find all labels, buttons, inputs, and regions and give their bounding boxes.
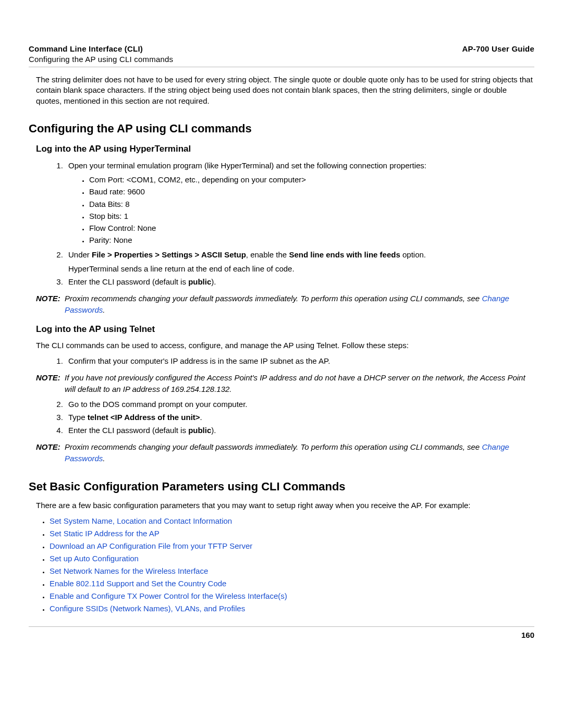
- step-text: ).: [211, 426, 216, 435]
- link-set-system-name[interactable]: Set System Name, Location and Contact In…: [50, 516, 232, 525]
- step-bold: File > Properties > Settings > ASCII Set…: [92, 250, 246, 259]
- step-text: option.: [400, 250, 426, 259]
- note-after: .: [103, 454, 105, 463]
- step-text: , enable the: [246, 250, 289, 259]
- list-item: Configure SSIDs (Network Names), VLANs, …: [50, 602, 534, 615]
- list-item: Baud rate: 9600: [89, 186, 534, 198]
- note-label: NOTE:: [36, 372, 65, 395]
- step-bold: Send line ends with line feeds: [289, 250, 400, 259]
- list-item: Confirm that your computer's IP address …: [65, 355, 534, 367]
- list-item: Data Bits: 8: [89, 198, 534, 210]
- telnet-steps-b: Go to the DOS command prompt on your com…: [65, 398, 534, 437]
- note-block: NOTE: Proxim recommends changing your de…: [36, 293, 534, 316]
- list-item: Set System Name, Location and Contact In…: [50, 515, 534, 527]
- page-header: Command Line Interface (CLI) AP-700 User…: [29, 44, 534, 53]
- step-text: Type: [68, 413, 88, 422]
- note-body: Proxim recommends changing your default …: [65, 441, 534, 464]
- link-tx-power-control[interactable]: Enable and Configure TX Power Control fo…: [50, 591, 287, 600]
- intro-paragraph: The string delimiter does not have to be…: [36, 75, 534, 106]
- note-body: Proxim recommends changing your default …: [65, 293, 534, 316]
- step-text: ).: [211, 277, 216, 286]
- list-item: Download an AP Configuration File from y…: [50, 540, 534, 552]
- note-text: Proxim recommends changing your default …: [65, 294, 482, 303]
- step-bold: telnet <IP Address of the unit>: [88, 413, 200, 422]
- step-text: Enter the CLI password (default is: [68, 426, 188, 435]
- list-item: Com Port: <COM1, COM2, etc., depending o…: [89, 174, 534, 186]
- note-text: If you have not previously configured th…: [65, 372, 534, 395]
- link-enable-80211d[interactable]: Enable 802.11d Support and Set the Count…: [50, 579, 226, 588]
- list-item: Stop bits: 1: [89, 210, 534, 222]
- list-item: Set Static IP Address for the AP: [50, 527, 534, 540]
- document-page: Command Line Interface (CLI) AP-700 User…: [0, 0, 563, 728]
- header-left: Command Line Interface (CLI): [29, 44, 143, 53]
- list-item: Go to the DOS command prompt on your com…: [65, 398, 534, 410]
- section-heading-basic-config: Set Basic Configuration Parameters using…: [29, 480, 534, 493]
- note-block: NOTE: If you have not previously configu…: [36, 372, 534, 395]
- link-set-static-ip[interactable]: Set Static IP Address for the AP: [50, 529, 160, 538]
- link-auto-configuration[interactable]: Set up Auto Configuration: [50, 554, 139, 563]
- header-right: AP-700 User Guide: [462, 44, 534, 53]
- step-text: Enter the CLI password (default is: [68, 277, 188, 286]
- step-subtext: HyperTerminal sends a line return at the…: [68, 263, 534, 275]
- telnet-lead: The CLI commands can be used to access, …: [36, 340, 534, 351]
- section-heading-configuring: Configuring the AP using CLI commands: [29, 122, 534, 135]
- page-number: 160: [29, 631, 534, 639]
- link-download-config-tftp[interactable]: Download an AP Configuration File from y…: [50, 541, 252, 550]
- list-item: Enter the CLI password (default is publi…: [65, 424, 534, 436]
- list-item: Enable 802.11d Support and Set the Count…: [50, 577, 534, 590]
- config-link-list: Set System Name, Location and Contact In…: [50, 515, 534, 615]
- footer-rule: [29, 626, 534, 627]
- header-rule: [29, 67, 534, 67]
- header-subtitle: Configuring the AP using CLI commands: [29, 55, 534, 64]
- list-item: Parity: None: [89, 234, 534, 246]
- note-text: Proxim recommends changing your default …: [65, 442, 482, 451]
- list-item: Under File > Properties > Settings > ASC…: [65, 249, 534, 275]
- link-configure-ssids[interactable]: Configure SSIDs (Network Names), VLANs, …: [50, 604, 245, 613]
- list-item: Type telnet <IP Address of the unit>.: [65, 411, 534, 423]
- step-bold: public: [188, 426, 211, 435]
- basic-config-lead: There are a few basic configuration para…: [36, 500, 534, 511]
- note-label: NOTE:: [36, 441, 65, 464]
- subsection-heading-telnet: Log into the AP using Telnet: [36, 324, 534, 335]
- telnet-steps-a: Confirm that your computer's IP address …: [65, 355, 534, 367]
- list-item: Set up Auto Configuration: [50, 552, 534, 565]
- step-text: Open your terminal emulation program (li…: [68, 161, 426, 170]
- list-item: Enable and Configure TX Power Control fo…: [50, 590, 534, 602]
- step-text: Under: [68, 250, 92, 259]
- note-block: NOTE: Proxim recommends changing your de…: [36, 441, 534, 464]
- connection-properties-list: Com Port: <COM1, COM2, etc., depending o…: [89, 174, 534, 246]
- link-network-names-wireless[interactable]: Set Network Names for the Wireless Inter…: [50, 566, 208, 575]
- note-after: .: [103, 305, 105, 314]
- list-item: Enter the CLI password (default is publi…: [65, 276, 534, 288]
- step-text: .: [200, 413, 202, 422]
- list-item: Open your terminal emulation program (li…: [65, 159, 534, 246]
- note-label: NOTE:: [36, 293, 65, 316]
- subsection-heading-hyperterminal: Log into the AP using HyperTerminal: [36, 144, 534, 154]
- list-item: Set Network Names for the Wireless Inter…: [50, 565, 534, 577]
- hyperterminal-steps: Open your terminal emulation program (li…: [65, 159, 534, 288]
- list-item: Flow Control: None: [89, 222, 534, 234]
- step-bold: public: [188, 277, 211, 286]
